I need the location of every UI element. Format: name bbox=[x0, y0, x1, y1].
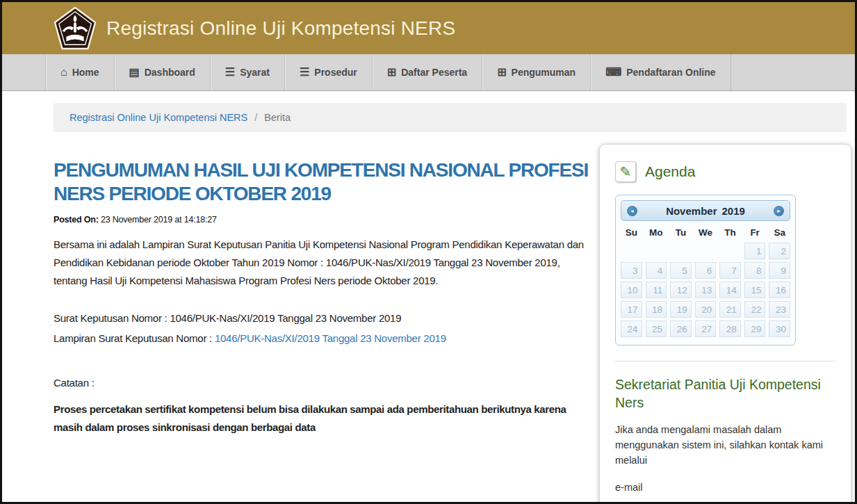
calendar-day-4[interactable]: 4 bbox=[646, 262, 667, 279]
agenda-calendar: ◄ November2019 ► SuMoTuWeThFrSa 12345678… bbox=[615, 195, 796, 346]
secretariat-text: Jika anda mengalami masalah dalam menggu… bbox=[615, 422, 824, 468]
calendar-day-24[interactable]: 24 bbox=[621, 320, 642, 337]
calendar-day-13[interactable]: 13 bbox=[695, 282, 717, 298]
calendar-day-30[interactable]: 30 bbox=[769, 320, 790, 337]
calendar-day-3[interactable]: 3 bbox=[621, 262, 642, 279]
calendar-day-26[interactable]: 26 bbox=[670, 320, 692, 337]
calendar-day-grid: 1234567891011121314151617181920212223242… bbox=[621, 243, 790, 337]
pengumuman-table-icon: ⊞ bbox=[497, 67, 506, 78]
breadcrumb: Registrasi Online Uji Kompetensi NERS / … bbox=[54, 103, 847, 132]
nav-item-syarat[interactable]: ☰ Syarat bbox=[210, 54, 284, 90]
lampiran-label: Lampiran Surat Keputusan Nomor : bbox=[54, 332, 215, 344]
calendar-header: ◄ November2019 ► bbox=[621, 200, 790, 221]
calendar-dow-fr: Fr bbox=[744, 227, 766, 238]
site-title: Registrasi Online Uji Kompetensi NERS bbox=[106, 17, 455, 40]
calendar-day-2[interactable]: 2 bbox=[769, 243, 790, 259]
calendar-next-button[interactable]: ► bbox=[774, 206, 784, 216]
calendar-dow-sa: Sa bbox=[769, 227, 790, 238]
calendar-day-23[interactable]: 23 bbox=[769, 301, 790, 318]
calendar-dow-we: We bbox=[695, 227, 717, 238]
lampiran-link[interactable]: 1046/PUK-Nas/XI/2019 Tanggal 23 November… bbox=[215, 332, 446, 344]
surat-keputusan-line: Surat Keputusan Nomor : 1046/PUK-Nas/XI/… bbox=[54, 309, 592, 327]
calendar-day-10[interactable]: 10 bbox=[621, 282, 642, 298]
calendar-day-15[interactable]: 15 bbox=[744, 282, 766, 298]
calendar-day-11[interactable]: 11 bbox=[646, 282, 667, 298]
calendar-day-27[interactable]: 27 bbox=[695, 320, 717, 337]
calendar-day-1[interactable]: 1 bbox=[744, 243, 766, 259]
calendar-day-21[interactable]: 21 bbox=[719, 301, 741, 318]
calendar-day-29[interactable]: 29 bbox=[744, 320, 766, 337]
calendar-weekday-row: SuMoTuWeThFrSa bbox=[621, 227, 790, 238]
lampiran-line: Lampiran Surat Keputusan Nomor : 1046/PU… bbox=[54, 330, 592, 348]
email-label: e-mail bbox=[615, 480, 824, 495]
syarat-list-icon: ☰ bbox=[225, 67, 235, 78]
calendar-empty-cell bbox=[719, 243, 741, 259]
calendar-day-28[interactable]: 28 bbox=[719, 320, 741, 337]
nav-item-prosedur[interactable]: ☰ Prosedur bbox=[284, 54, 372, 90]
calendar-dow-su: Su bbox=[621, 227, 642, 238]
nav-item-pengumuman[interactable]: ⊞ Pengumuman bbox=[482, 54, 590, 90]
prosedur-list-icon: ☰ bbox=[300, 67, 309, 78]
agenda-title: Agenda bbox=[645, 163, 695, 180]
calendar-day-22[interactable]: 22 bbox=[744, 301, 766, 318]
article-title: PENGUMUMAN HASIL UJI KOMPETENSI NASIONAL… bbox=[54, 158, 592, 206]
calendar-day-18[interactable]: 18 bbox=[646, 301, 667, 318]
calendar-empty-cell bbox=[695, 243, 717, 259]
calendar-day-12[interactable]: 12 bbox=[670, 282, 692, 298]
posted-on-label: Posted On: bbox=[54, 215, 99, 225]
dashboard-book-icon: ▤ bbox=[129, 67, 140, 78]
breadcrumb-separator: / bbox=[254, 112, 257, 123]
sidebar-card: ✎ Agenda ◄ November2019 ► SuMoTuWeThFrSa… bbox=[599, 144, 851, 504]
calendar-day-16[interactable]: 16 bbox=[769, 282, 790, 298]
calendar-day-25[interactable]: 25 bbox=[646, 320, 667, 337]
agenda-header: ✎ Agenda bbox=[615, 161, 835, 182]
nav-item-home[interactable]: ⌂ Home bbox=[45, 54, 114, 90]
calendar-day-17[interactable]: 17 bbox=[621, 301, 642, 318]
nav-item-daftar-peserta[interactable]: ⊞ Daftar Peserta bbox=[372, 54, 482, 90]
calendar-dow-tu: Tu bbox=[670, 227, 692, 238]
calendar-month-year: November2019 bbox=[666, 205, 745, 217]
calendar-day-14[interactable]: 14 bbox=[719, 282, 741, 298]
calendar-day-19[interactable]: 19 bbox=[670, 301, 692, 318]
calendar-day-6[interactable]: 6 bbox=[695, 262, 717, 279]
article: PENGUMUMAN HASIL UJI KOMPETENSI NASIONAL… bbox=[54, 144, 592, 437]
catatan-label: Catatan : bbox=[54, 374, 592, 392]
calendar-empty-cell bbox=[670, 243, 692, 259]
content-area: Registrasi Online Uji Kompetensi NERS / … bbox=[2, 91, 855, 504]
posted-on-line: Posted On: 23 November 2019 at 14:18:27 bbox=[54, 215, 592, 225]
calendar-dow-mo: Mo bbox=[646, 227, 667, 238]
posted-on-value: 23 November 2019 at 14:18:27 bbox=[99, 215, 217, 225]
secretariat-title: Sekretariat Panitia Uji Kompetensi Ners bbox=[615, 375, 835, 412]
calendar-dow-th: Th bbox=[719, 227, 741, 238]
nav-item-pendaftaran-online[interactable]: ⌨ Pendaftaran Online bbox=[590, 54, 731, 90]
article-paragraph: Bersama ini adalah Lampiran Surat Keputu… bbox=[54, 236, 592, 290]
calendar-prev-button[interactable]: ◄ bbox=[627, 206, 637, 216]
sidebar-divider bbox=[615, 361, 835, 361]
nav-item-dashboard[interactable]: ▤ Dashboard bbox=[114, 54, 210, 90]
pendaftaran-keyboard-icon: ⌨ bbox=[605, 67, 621, 78]
calendar-day-7[interactable]: 7 bbox=[719, 262, 741, 279]
site-header: Registrasi Online Uji Kompetensi NERS bbox=[2, 2, 855, 54]
catatan-note: Proses percetakan sertifikat kompetensi … bbox=[54, 400, 592, 437]
main-nav: ⌂ Home ▤ Dashboard ☰ Syarat ☰ Prosedur ⊞… bbox=[2, 54, 855, 91]
calendar-day-5[interactable]: 5 bbox=[670, 262, 692, 279]
calendar-day-8[interactable]: 8 bbox=[744, 262, 766, 279]
calendar-empty-cell bbox=[621, 243, 642, 259]
calendar-empty-cell bbox=[646, 243, 667, 259]
browser-page: Registrasi Online Uji Kompetensi NERS ⌂ … bbox=[0, 0, 857, 504]
tut-wuri-handayani-logo bbox=[54, 7, 97, 50]
home-icon: ⌂ bbox=[60, 67, 67, 78]
breadcrumb-current: Berita bbox=[264, 112, 291, 123]
calendar-day-9[interactable]: 9 bbox=[769, 262, 790, 279]
calendar-day-20[interactable]: 20 bbox=[695, 301, 717, 318]
breadcrumb-home-link[interactable]: Registrasi Online Uji Kompetensi NERS bbox=[70, 112, 247, 123]
daftar-peserta-table-icon: ⊞ bbox=[387, 67, 396, 78]
pencil-note-icon: ✎ bbox=[615, 161, 636, 182]
